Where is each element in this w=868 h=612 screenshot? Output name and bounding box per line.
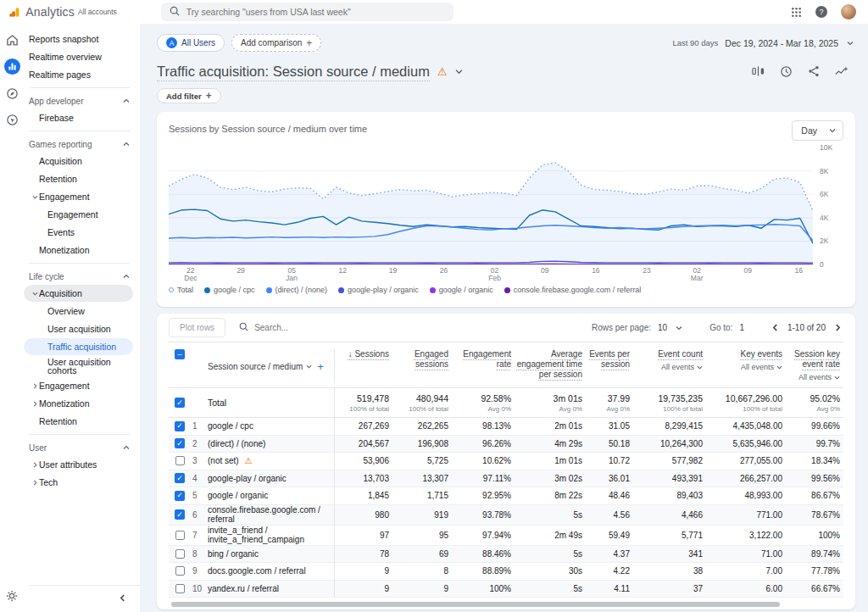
sort-column-events-per-session[interactable]: Events per session [589, 349, 630, 369]
sidebar-item-tech[interactable]: Tech [24, 474, 133, 491]
rows-per-page-value[interactable]: 10 [658, 323, 667, 332]
help-icon[interactable]: ? [815, 6, 827, 18]
table-row: 9docs.google.com / referral9888.89%30s4.… [169, 563, 843, 581]
sort-column-engaged-sessions[interactable]: Engaged sessions [415, 349, 448, 369]
add-filter-chip[interactable]: Add filter + [157, 88, 221, 103]
sidebar-item-overview[interactable]: Overview [24, 303, 133, 320]
table-search-input[interactable] [254, 323, 407, 332]
row-checkbox[interactable]: ✓ [175, 421, 185, 431]
report-title-dropdown[interactable] [453, 66, 465, 77]
dimension-header[interactable]: Session source / medium + [208, 349, 335, 382]
goto-label: Go to: [709, 323, 732, 332]
collapse-sidebar-icon[interactable] [117, 593, 128, 604]
sidebar-item-engagement[interactable]: Engagement [24, 206, 133, 223]
cell-avg-engagement-time: 5s [515, 549, 586, 559]
sidebar-item-monetization[interactable]: Monetization [24, 395, 133, 412]
granularity-select[interactable]: Day [792, 120, 843, 141]
sidebar-item-reports-snapshot[interactable]: Reports snapshot [24, 31, 133, 47]
sidebar-item-realtime-overview[interactable]: Realtime overview [24, 48, 133, 65]
sidebar-item-realtime-pages[interactable]: Realtime pages [24, 66, 133, 83]
legend-item: (direct) / (none) [266, 286, 328, 294]
sidebar-section-user[interactable]: User [24, 439, 140, 456]
row-checkbox[interactable] [175, 456, 185, 465]
row-checkbox[interactable]: ✓ [175, 438, 185, 448]
insights-icon[interactable] [835, 65, 849, 77]
sidebar-item-monetization[interactable]: Monetization [24, 242, 133, 259]
home-icon[interactable] [4, 32, 19, 47]
column-header-session-key-event-rate: Session key event rateAll events [786, 349, 843, 382]
pagination-range: 1-10 of 20 [787, 323, 826, 332]
sort-column-key-events[interactable]: Key events [741, 349, 782, 359]
add-comparison-chip[interactable]: Add comparison + [231, 34, 321, 52]
next-page-icon[interactable] [832, 322, 843, 333]
sort-column-sessions[interactable]: ↓ Sessions [348, 349, 389, 359]
row-checkbox[interactable]: ✓ [175, 473, 185, 483]
advertising-icon[interactable] [4, 112, 19, 127]
event-filter-dropdown[interactable]: All events [786, 372, 840, 382]
sidebar-item-retention[interactable]: Retention [24, 170, 133, 187]
row-checkbox[interactable] [175, 531, 185, 540]
date-range-picker[interactable]: Last 90 days Dec 19, 2024 - Mar 18, 2025 [672, 38, 855, 48]
sort-column-event-count[interactable]: Event count [658, 349, 703, 359]
sort-column-session-key-event-rate[interactable]: Session key event rate [794, 349, 840, 369]
sidebar-section-games-reporting[interactable]: Games reporting [24, 136, 140, 153]
cell-avg-engagement-time: 3m 02s [515, 474, 586, 483]
row-checkbox[interactable] [175, 549, 185, 559]
apps-grid-icon[interactable] [791, 7, 802, 18]
row-checkbox[interactable]: ✓ [175, 509, 185, 520]
admin-gear-icon[interactable] [4, 588, 19, 604]
legend-dot-icon [504, 287, 510, 293]
sidebar-item-acquisition[interactable]: Acquisition [24, 153, 133, 170]
sidebar-section-life-cycle[interactable]: Life cycle [24, 268, 140, 285]
reports-icon[interactable] [4, 58, 20, 75]
plot-rows-button[interactable]: Plot rows [169, 318, 225, 337]
table-row: 10yandex.ru / referral99100%5s4.11376.00… [169, 581, 843, 598]
sidebar-item-label: Retention [39, 416, 77, 426]
sort-column-engagement-rate[interactable]: Engagement rate [463, 349, 511, 369]
cell-engaged-sessions: 919 [392, 510, 452, 520]
horizontal-scrollbar[interactable] [171, 602, 780, 607]
explore-icon[interactable] [4, 86, 19, 101]
goto-page-value[interactable]: 1 [739, 323, 744, 332]
comparison-bars-icon[interactable] [752, 65, 765, 77]
row-checkbox[interactable] [175, 584, 185, 593]
sidebar-item-retention[interactable]: Retention [24, 413, 133, 430]
row-checkbox[interactable] [175, 566, 185, 576]
share-icon[interactable] [808, 65, 820, 77]
sidebar-item-user-acquisition-cohorts[interactable]: User acquisition cohorts [24, 356, 133, 376]
chevron-down-icon[interactable] [674, 323, 684, 333]
event-filter-dropdown[interactable]: All events [633, 362, 703, 372]
chevron-right-icon [31, 401, 39, 407]
data-freshness-icon[interactable] [780, 65, 793, 78]
data-quality-warning-icon[interactable]: ⚠ [437, 65, 448, 78]
table-header-row: – Session source / medium + ↓ Sessions E… [169, 342, 843, 388]
sidebar-item-engagement[interactable]: Engagement [24, 377, 133, 394]
rows-per-page-label: Rows per page: [592, 323, 651, 332]
row-checkbox[interactable]: – [175, 349, 185, 359]
sidebar-item-user-attributes[interactable]: User attributes [24, 456, 133, 473]
sidebar-item-events[interactable]: Events [24, 224, 133, 241]
add-dimension-icon[interactable]: + [317, 360, 324, 373]
search-input[interactable] [186, 7, 445, 17]
global-search[interactable] [161, 3, 453, 21]
cell-key-events: 277,055.00 [706, 456, 786, 465]
cell-session-key-event-rate: 89.74% [786, 549, 843, 559]
analytics-logo[interactable]: Analytics [0, 5, 75, 19]
sidebar-item-traffic-acquisition[interactable]: Traffic acquisition [24, 338, 133, 355]
avatar[interactable] [841, 4, 856, 19]
sidebar-item-engagement[interactable]: Engagement [24, 188, 133, 205]
sidebar-item-acquisition[interactable]: Acquisition [24, 285, 133, 302]
prev-page-icon[interactable] [770, 322, 781, 333]
row-checkbox[interactable]: ✓ [175, 398, 185, 408]
sidebar-item-user-acquisition[interactable]: User acquisition [24, 320, 133, 337]
sort-column-avg-engagement-time[interactable]: Average engagement time per session [517, 349, 582, 379]
page-title: Traffic acquisition: Session source / me… [157, 64, 430, 80]
cell-engagement-rate: 97.11% [452, 474, 515, 483]
sidebar-item-firebase[interactable]: Firebase [24, 109, 133, 126]
row-checkbox[interactable]: ✓ [175, 491, 185, 501]
event-filter-dropdown[interactable]: All events [706, 362, 782, 372]
sidebar-section-app-developer[interactable]: App developer [24, 92, 140, 109]
table-search[interactable] [239, 322, 407, 333]
audience-chip-all-users[interactable]: A All Users [157, 34, 225, 52]
account-picker[interactable]: All accounts [78, 8, 117, 16]
